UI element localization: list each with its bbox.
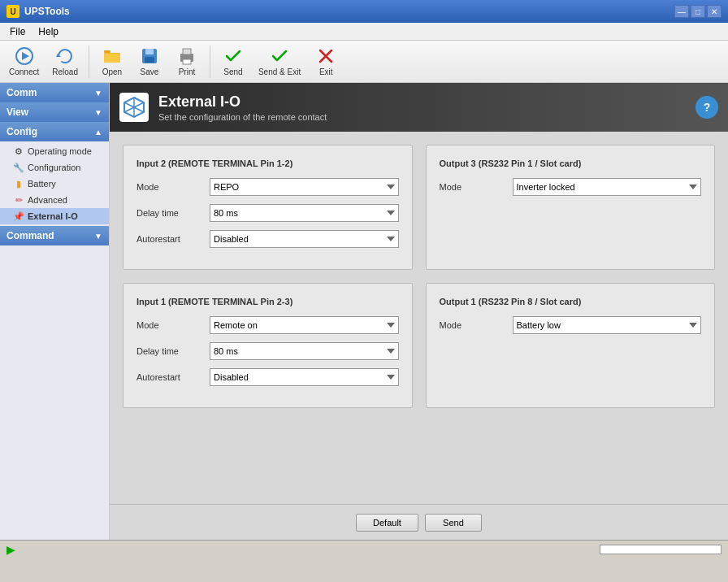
- sidebar-header-config[interactable]: Config ▲: [0, 122, 109, 141]
- sidebar-item-external-io[interactable]: 📌 External I-O: [0, 208, 109, 224]
- connect-button[interactable]: Connect: [3, 42, 45, 80]
- output3-section: Output 3 (RS232 Pin 1 / Slot card) Mode …: [426, 145, 716, 270]
- menu-file[interactable]: File: [3, 24, 32, 39]
- sidebar-item-operating-mode[interactable]: ⚙ Operating mode: [0, 143, 109, 159]
- content-area: External I-O Set the configuration of th…: [110, 83, 728, 540]
- send-action-button[interactable]: Send: [425, 514, 482, 532]
- status-play-icon[interactable]: ▶: [6, 543, 15, 556]
- exit-label: Exit: [319, 67, 333, 76]
- input2-autorestart-select[interactable]: Disabled Enabled: [210, 230, 399, 248]
- toolbar-sep-1: [89, 46, 89, 78]
- open-button[interactable]: Open: [94, 42, 130, 80]
- input1-section: Input 1 (REMOTE TERMINAL Pin 2-3) Mode R…: [123, 283, 413, 408]
- input2-mode-select[interactable]: REPO Remote on Battery low Inverter lock…: [210, 178, 399, 196]
- help-button[interactable]: ?: [696, 96, 718, 119]
- input2-delay-select[interactable]: 80 ms 100 ms 200 ms: [210, 204, 399, 222]
- sidebar-view-label: View: [6, 106, 28, 118]
- sidebar-section-comm: Comm ▼: [0, 83, 109, 102]
- output3-mode-label: Mode: [440, 182, 513, 192]
- input1-delay-select[interactable]: 80 ms 100 ms 200 ms: [210, 342, 399, 360]
- send-button[interactable]: Send: [215, 42, 251, 80]
- sidebar-section-view: View ▼: [0, 102, 109, 122]
- minimize-button[interactable]: —: [674, 5, 689, 18]
- print-label: Print: [179, 67, 196, 76]
- input1-title: Input 1 (REMOTE TERMINAL Pin 2-3): [136, 297, 399, 306]
- input1-autorestart-row: Autorestart Disabled Enabled: [136, 368, 399, 386]
- input1-autorestart-label: Autorestart: [136, 372, 210, 382]
- close-button[interactable]: ✕: [707, 5, 722, 18]
- sidebar-item-advanced-label: Advanced: [28, 195, 67, 205]
- send-icon: [223, 46, 243, 66]
- maximize-button[interactable]: □: [691, 5, 705, 18]
- svg-rect-11: [183, 59, 191, 64]
- command-arrow-icon: ▼: [94, 232, 102, 241]
- input1-delay-row: Delay time 80 ms 100 ms 200 ms: [136, 342, 399, 360]
- save-icon: [140, 46, 159, 66]
- sidebar-header-command[interactable]: Command ▼: [0, 226, 109, 245]
- bottom-bar: Default Send: [110, 504, 728, 540]
- toolbar-sep-2: [210, 46, 210, 78]
- menu-bar: File Help: [0, 23, 728, 41]
- menu-help[interactable]: Help: [32, 24, 65, 39]
- content-subtitle: Set the configuration of the remote cont…: [158, 112, 327, 122]
- input2-autorestart-row: Autorestart Disabled Enabled: [136, 230, 399, 248]
- main-layout: Comm ▼ View ▼ Config ▲ ⚙ Operating mode: [0, 83, 728, 540]
- input2-title: Input 2 (REMOTE TERMINAL Pin 1-2): [136, 159, 399, 168]
- connect-icon: [15, 46, 34, 66]
- input2-mode-label: Mode: [136, 182, 210, 192]
- send-exit-button[interactable]: Send & Exit: [253, 42, 306, 80]
- output3-mode-select[interactable]: REPO Remote on Battery low Inverter lock…: [513, 178, 702, 196]
- reload-label: Reload: [52, 67, 78, 76]
- header-text: External I-O Set the configuration of th…: [158, 93, 327, 122]
- print-button[interactable]: Print: [169, 42, 205, 80]
- svg-rect-7: [145, 49, 154, 54]
- sidebar-item-configuration-label: Configuration: [28, 163, 80, 172]
- sidebar-item-operating-mode-label: Operating mode: [28, 146, 92, 156]
- sidebar-command-label: Command: [6, 230, 54, 241]
- default-button[interactable]: Default: [356, 514, 418, 532]
- sidebar-config-label: Config: [6, 126, 37, 137]
- exit-button[interactable]: Exit: [308, 42, 344, 80]
- sidebar-item-battery-label: Battery: [28, 179, 56, 189]
- send-exit-icon: [270, 46, 289, 66]
- output3-title: Output 3 (RS232 Pin 1 / Slot card): [440, 159, 702, 168]
- sidebar: Comm ▼ View ▼ Config ▲ ⚙ Operating mode: [0, 83, 110, 540]
- output1-mode-select[interactable]: REPO Remote on Battery low Inverter lock…: [513, 316, 702, 334]
- output1-mode-label: Mode: [440, 320, 513, 330]
- output1-title: Output 1 (RS232 Pin 8 / Slot card): [440, 297, 702, 306]
- sidebar-item-configuration[interactable]: 🔧 Configuration: [0, 159, 109, 176]
- exit-icon: [316, 46, 336, 66]
- open-icon: [102, 46, 122, 66]
- comm-arrow-icon: ▼: [94, 89, 102, 98]
- sidebar-item-external-io-label: External I-O: [28, 211, 78, 221]
- input2-section: Input 2 (REMOTE TERMINAL Pin 1-2) Mode R…: [123, 145, 413, 270]
- config-arrow-icon: ▲: [94, 128, 102, 137]
- output1-section: Output 1 (RS232 Pin 8 / Slot card) Mode …: [426, 283, 716, 408]
- save-label: Save: [141, 67, 159, 76]
- connect-label: Connect: [9, 67, 39, 76]
- sidebar-item-battery[interactable]: ▮ Battery: [0, 176, 109, 192]
- reload-button[interactable]: Reload: [46, 42, 84, 80]
- input1-mode-label: Mode: [136, 320, 210, 330]
- sidebar-header-comm[interactable]: Comm ▼: [0, 83, 109, 102]
- content-header: External I-O Set the configuration of th…: [110, 83, 728, 132]
- sidebar-item-advanced[interactable]: ✏ Advanced: [0, 192, 109, 208]
- input2-delay-label: Delay time: [136, 208, 210, 218]
- app-icon: U: [6, 5, 20, 18]
- save-button[interactable]: Save: [132, 42, 167, 80]
- input2-autorestart-label: Autorestart: [136, 234, 210, 244]
- open-label: Open: [102, 67, 122, 76]
- input1-mode-select[interactable]: REPO Remote on Battery low Inverter lock…: [210, 316, 399, 334]
- view-arrow-icon: ▼: [94, 108, 102, 117]
- external-io-icon: 📌: [13, 211, 24, 222]
- send-exit-label: Send & Exit: [258, 67, 301, 76]
- input1-autorestart-select[interactable]: Disabled Enabled: [210, 368, 399, 386]
- sidebar-header-view[interactable]: View ▼: [0, 102, 109, 122]
- status-bar: ▶: [0, 540, 728, 558]
- battery-icon: ▮: [13, 178, 24, 189]
- output3-mode-row: Mode REPO Remote on Battery low Inverter…: [440, 178, 702, 196]
- content-title: External I-O: [158, 93, 327, 111]
- form-content: Input 2 (REMOTE TERMINAL Pin 1-2) Mode R…: [110, 132, 728, 504]
- sidebar-config-content: ⚙ Operating mode 🔧 Configuration ▮ Batte…: [0, 141, 109, 226]
- form-grid: Input 2 (REMOTE TERMINAL Pin 1-2) Mode R…: [123, 145, 715, 408]
